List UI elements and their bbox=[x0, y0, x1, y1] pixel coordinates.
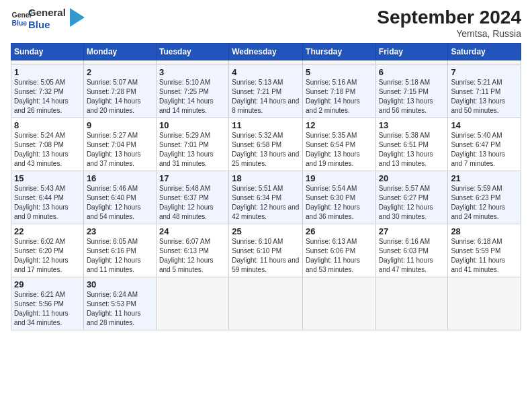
cell-info: Sunrise: 5:46 AMSunset: 6:40 PMDaylight:… bbox=[87, 184, 153, 222]
cell-info: Sunrise: 5:10 AMSunset: 7:25 PMDaylight:… bbox=[159, 78, 226, 116]
logo-general: General bbox=[28, 7, 66, 19]
cell-day-number: 22 bbox=[14, 226, 81, 236]
calendar-cell: 5Sunrise: 5:16 AMSunset: 7:18 PMDaylight… bbox=[303, 65, 376, 118]
logo: General Blue General Blue bbox=[11, 7, 85, 31]
header: General Blue General Blue September 2024… bbox=[11, 7, 521, 39]
cell-day-number: 26 bbox=[306, 226, 373, 236]
calendar-cell: 27Sunrise: 6:16 AMSunset: 6:03 PMDayligh… bbox=[375, 224, 448, 277]
day-header-monday: Monday bbox=[83, 44, 156, 60]
cell-info: Sunrise: 5:48 AMSunset: 6:37 PMDaylight:… bbox=[159, 184, 226, 222]
cell-day-number: 6 bbox=[379, 67, 445, 77]
calendar-cell: 9Sunrise: 5:27 AMSunset: 7:04 PMDaylight… bbox=[83, 118, 156, 171]
cell-day-number: 8 bbox=[14, 120, 81, 130]
calendar-cell: 15Sunrise: 5:43 AMSunset: 6:44 PMDayligh… bbox=[11, 171, 84, 224]
cell-day-number: 10 bbox=[159, 120, 226, 130]
day-header-wednesday: Wednesday bbox=[229, 44, 303, 60]
calendar-table: SundayMondayTuesdayWednesdayThursdayFrid… bbox=[11, 43, 521, 330]
day-header-tuesday: Tuesday bbox=[156, 44, 228, 60]
calendar-cell: 10Sunrise: 5:29 AMSunset: 7:01 PMDayligh… bbox=[156, 118, 228, 171]
cell-day-number: 13 bbox=[379, 120, 445, 130]
cell-info: Sunrise: 6:07 AMSunset: 6:13 PMDaylight:… bbox=[159, 237, 226, 275]
calendar-cell: 6Sunrise: 5:18 AMSunset: 7:15 PMDaylight… bbox=[375, 65, 448, 118]
calendar-cell: 16Sunrise: 5:46 AMSunset: 6:40 PMDayligh… bbox=[83, 171, 156, 224]
calendar-cell: 7Sunrise: 5:21 AMSunset: 7:11 PMDaylight… bbox=[448, 65, 521, 118]
cell-info: Sunrise: 5:40 AMSunset: 6:47 PMDaylight:… bbox=[451, 131, 518, 169]
day-header-saturday: Saturday bbox=[448, 44, 521, 60]
cell-day-number: 12 bbox=[306, 120, 373, 130]
cell-info: Sunrise: 5:35 AMSunset: 6:54 PMDaylight:… bbox=[306, 131, 373, 169]
cell-day-number: 2 bbox=[87, 67, 153, 77]
cell-day-number: 14 bbox=[451, 120, 518, 130]
calendar-cell: 4Sunrise: 5:13 AMSunset: 7:21 PMDaylight… bbox=[229, 65, 303, 118]
calendar-cell: 26Sunrise: 6:13 AMSunset: 6:06 PMDayligh… bbox=[303, 224, 376, 277]
calendar-cell bbox=[448, 277, 521, 330]
svg-text:Blue: Blue bbox=[12, 19, 28, 27]
calendar-cell bbox=[11, 60, 84, 65]
cell-day-number: 7 bbox=[451, 67, 518, 77]
calendar-cell: 1Sunrise: 5:05 AMSunset: 7:32 PMDaylight… bbox=[11, 65, 84, 118]
calendar-week-row: 15Sunrise: 5:43 AMSunset: 6:44 PMDayligh… bbox=[11, 171, 521, 224]
day-header-sunday: Sunday bbox=[11, 44, 84, 60]
cell-day-number: 23 bbox=[87, 226, 153, 236]
cell-day-number: 27 bbox=[379, 226, 445, 236]
calendar-cell: 28Sunrise: 6:18 AMSunset: 5:59 PMDayligh… bbox=[448, 224, 521, 277]
calendar-cell bbox=[229, 277, 303, 330]
cell-day-number: 28 bbox=[451, 226, 518, 236]
cell-info: Sunrise: 5:07 AMSunset: 7:28 PMDaylight:… bbox=[87, 78, 153, 116]
calendar-cell: 19Sunrise: 5:54 AMSunset: 6:30 PMDayligh… bbox=[303, 171, 376, 224]
logo-blue: Blue bbox=[28, 19, 66, 31]
cell-info: Sunrise: 6:24 AMSunset: 5:53 PMDaylight:… bbox=[87, 290, 153, 328]
cell-day-number: 11 bbox=[232, 120, 300, 130]
calendar-cell: 24Sunrise: 6:07 AMSunset: 6:13 PMDayligh… bbox=[156, 224, 228, 277]
calendar-cell: 18Sunrise: 5:51 AMSunset: 6:34 PMDayligh… bbox=[229, 171, 303, 224]
cell-info: Sunrise: 5:38 AMSunset: 6:51 PMDaylight:… bbox=[379, 131, 445, 169]
calendar-cell bbox=[156, 60, 228, 65]
cell-info: Sunrise: 5:05 AMSunset: 7:32 PMDaylight:… bbox=[14, 78, 81, 116]
calendar-cell bbox=[375, 60, 448, 65]
day-header-friday: Friday bbox=[375, 44, 448, 60]
cell-info: Sunrise: 6:13 AMSunset: 6:06 PMDaylight:… bbox=[306, 237, 373, 275]
calendar-cell: 23Sunrise: 6:05 AMSunset: 6:16 PMDayligh… bbox=[83, 224, 156, 277]
calendar-cell: 14Sunrise: 5:40 AMSunset: 6:47 PMDayligh… bbox=[448, 118, 521, 171]
calendar-week-row: 22Sunrise: 6:02 AMSunset: 6:20 PMDayligh… bbox=[11, 224, 521, 277]
calendar-cell: 8Sunrise: 5:24 AMSunset: 7:08 PMDaylight… bbox=[11, 118, 84, 171]
calendar-cell: 13Sunrise: 5:38 AMSunset: 6:51 PMDayligh… bbox=[375, 118, 448, 171]
cell-info: Sunrise: 5:21 AMSunset: 7:11 PMDaylight:… bbox=[451, 78, 518, 116]
cell-day-number: 5 bbox=[306, 67, 373, 77]
cell-day-number: 24 bbox=[159, 226, 226, 236]
cell-info: Sunrise: 5:51 AMSunset: 6:34 PMDaylight:… bbox=[232, 184, 300, 222]
month-title: September 2024 bbox=[377, 7, 521, 28]
calendar-cell: 2Sunrise: 5:07 AMSunset: 7:28 PMDaylight… bbox=[83, 65, 156, 118]
cell-day-number: 17 bbox=[159, 173, 226, 183]
calendar-cell: 21Sunrise: 5:59 AMSunset: 6:23 PMDayligh… bbox=[448, 171, 521, 224]
calendar-cell: 30Sunrise: 6:24 AMSunset: 5:53 PMDayligh… bbox=[83, 277, 156, 330]
calendar-week-row: 29Sunrise: 6:21 AMSunset: 5:56 PMDayligh… bbox=[11, 277, 521, 330]
calendar-cell: 12Sunrise: 5:35 AMSunset: 6:54 PMDayligh… bbox=[303, 118, 376, 171]
cell-info: Sunrise: 5:32 AMSunset: 6:58 PMDaylight:… bbox=[232, 131, 300, 169]
cell-day-number: 20 bbox=[379, 173, 445, 183]
cell-info: Sunrise: 5:57 AMSunset: 6:27 PMDaylight:… bbox=[379, 184, 445, 222]
calendar-cell: 20Sunrise: 5:57 AMSunset: 6:27 PMDayligh… bbox=[375, 171, 448, 224]
cell-day-number: 18 bbox=[232, 173, 300, 183]
cell-info: Sunrise: 5:16 AMSunset: 7:18 PMDaylight:… bbox=[306, 78, 373, 116]
title-block: September 2024 Yemtsa, Russia bbox=[377, 7, 521, 39]
cell-day-number: 1 bbox=[14, 67, 81, 77]
calendar-cell: 29Sunrise: 6:21 AMSunset: 5:56 PMDayligh… bbox=[11, 277, 84, 330]
cell-day-number: 16 bbox=[87, 173, 153, 183]
day-header-thursday: Thursday bbox=[303, 44, 376, 60]
cell-info: Sunrise: 6:16 AMSunset: 6:03 PMDaylight:… bbox=[379, 237, 445, 275]
cell-day-number: 21 bbox=[451, 173, 518, 183]
calendar-cell: 11Sunrise: 5:32 AMSunset: 6:58 PMDayligh… bbox=[229, 118, 303, 171]
cell-day-number: 15 bbox=[14, 173, 81, 183]
svg-marker-3 bbox=[70, 8, 85, 27]
calendar-cell bbox=[303, 60, 376, 65]
cell-info: Sunrise: 6:05 AMSunset: 6:16 PMDaylight:… bbox=[87, 237, 153, 275]
cell-day-number: 30 bbox=[87, 279, 153, 289]
page: General Blue General Blue September 2024… bbox=[0, 0, 532, 411]
cell-info: Sunrise: 5:18 AMSunset: 7:15 PMDaylight:… bbox=[379, 78, 445, 116]
calendar-cell: 17Sunrise: 5:48 AMSunset: 6:37 PMDayligh… bbox=[156, 171, 228, 224]
location: Yemtsa, Russia bbox=[377, 28, 521, 39]
calendar-cell: 25Sunrise: 6:10 AMSunset: 6:10 PMDayligh… bbox=[229, 224, 303, 277]
cell-day-number: 19 bbox=[306, 173, 373, 183]
calendar-week-row: 8Sunrise: 5:24 AMSunset: 7:08 PMDaylight… bbox=[11, 118, 521, 171]
